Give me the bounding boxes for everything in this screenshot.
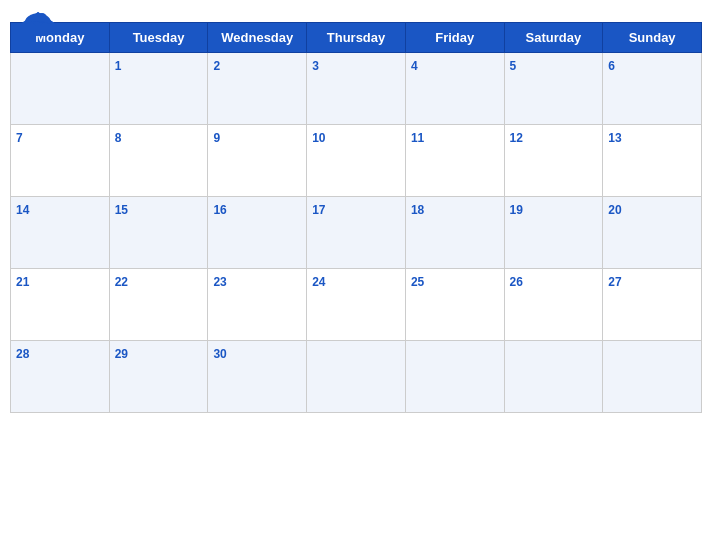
calendar-week-row: 14151617181920 (11, 197, 702, 269)
calendar-cell: 25 (405, 269, 504, 341)
date-number: 19 (510, 203, 523, 217)
date-number: 21 (16, 275, 29, 289)
calendar-table: MondayTuesdayWednesdayThursdayFridaySatu… (10, 22, 702, 413)
calendar-header (0, 0, 712, 18)
calendar-cell: 5 (504, 53, 603, 125)
calendar-cell: 19 (504, 197, 603, 269)
calendar-cell: 3 (307, 53, 406, 125)
date-number: 22 (115, 275, 128, 289)
date-number: 13 (608, 131, 621, 145)
calendar-week-row: 123456 (11, 53, 702, 125)
calendar-cell: 16 (208, 197, 307, 269)
date-number: 25 (411, 275, 424, 289)
weekday-header-row: MondayTuesdayWednesdayThursdayFridaySatu… (11, 23, 702, 53)
calendar-cell: 27 (603, 269, 702, 341)
calendar-cell: 17 (307, 197, 406, 269)
logo (20, 10, 56, 38)
date-number: 12 (510, 131, 523, 145)
logo-icon (20, 10, 56, 38)
calendar-cell: 15 (109, 197, 208, 269)
calendar-cell (307, 341, 406, 413)
calendar-cell (405, 341, 504, 413)
calendar-week-row: 78910111213 (11, 125, 702, 197)
calendar-cell: 2 (208, 53, 307, 125)
date-number: 28 (16, 347, 29, 361)
calendar-cell: 26 (504, 269, 603, 341)
weekday-header-saturday: Saturday (504, 23, 603, 53)
weekday-header-sunday: Sunday (603, 23, 702, 53)
calendar-cell: 20 (603, 197, 702, 269)
calendar-cell: 9 (208, 125, 307, 197)
calendar-cell: 6 (603, 53, 702, 125)
calendar-cell: 23 (208, 269, 307, 341)
date-number: 6 (608, 59, 615, 73)
date-number: 8 (115, 131, 122, 145)
calendar-cell: 12 (504, 125, 603, 197)
date-number: 20 (608, 203, 621, 217)
calendar-cell: 28 (11, 341, 110, 413)
weekday-header-tuesday: Tuesday (109, 23, 208, 53)
calendar-cell: 21 (11, 269, 110, 341)
calendar-cell (603, 341, 702, 413)
date-number: 2 (213, 59, 220, 73)
date-number: 10 (312, 131, 325, 145)
date-number: 18 (411, 203, 424, 217)
date-number: 5 (510, 59, 517, 73)
calendar-cell: 10 (307, 125, 406, 197)
weekday-header-thursday: Thursday (307, 23, 406, 53)
calendar-cell: 7 (11, 125, 110, 197)
calendar-cell: 13 (603, 125, 702, 197)
date-number: 3 (312, 59, 319, 73)
date-number: 14 (16, 203, 29, 217)
date-number: 24 (312, 275, 325, 289)
calendar-cell: 14 (11, 197, 110, 269)
date-number: 11 (411, 131, 424, 145)
calendar-cell: 30 (208, 341, 307, 413)
date-number: 30 (213, 347, 226, 361)
calendar-cell: 29 (109, 341, 208, 413)
weekday-header-wednesday: Wednesday (208, 23, 307, 53)
calendar-cell: 4 (405, 53, 504, 125)
date-number: 23 (213, 275, 226, 289)
date-number: 29 (115, 347, 128, 361)
date-number: 17 (312, 203, 325, 217)
calendar-cell: 18 (405, 197, 504, 269)
calendar-cell (11, 53, 110, 125)
date-number: 7 (16, 131, 23, 145)
date-number: 27 (608, 275, 621, 289)
date-number: 1 (115, 59, 122, 73)
date-number: 16 (213, 203, 226, 217)
calendar-cell: 8 (109, 125, 208, 197)
calendar-cell: 22 (109, 269, 208, 341)
date-number: 15 (115, 203, 128, 217)
date-number: 4 (411, 59, 418, 73)
calendar-cell (504, 341, 603, 413)
date-number: 26 (510, 275, 523, 289)
weekday-header-friday: Friday (405, 23, 504, 53)
calendar-cell: 24 (307, 269, 406, 341)
calendar-cell: 1 (109, 53, 208, 125)
calendar-cell: 11 (405, 125, 504, 197)
calendar-week-row: 21222324252627 (11, 269, 702, 341)
date-number: 9 (213, 131, 220, 145)
calendar-week-row: 282930 (11, 341, 702, 413)
